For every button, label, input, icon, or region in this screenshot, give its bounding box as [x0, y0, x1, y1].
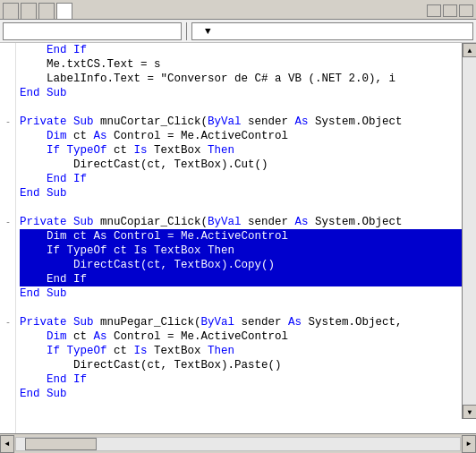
- gutter-icon: [0, 72, 16, 86]
- tab-controls: [427, 4, 473, 19]
- table-row: End Sub: [20, 86, 472, 100]
- table-row: [20, 301, 472, 315]
- table-row: Me.txtCS.Text = s: [20, 57, 472, 72]
- table-row: DirectCast(ct, TextBox).Cut(): [20, 158, 472, 172]
- table-row: Dim ct As Control = Me.ActiveControl: [20, 129, 472, 143]
- tab-assemblyinfo1[interactable]: [3, 3, 19, 19]
- scroll-right-button[interactable]: ►: [462, 435, 476, 453]
- event-dropdown[interactable]: ▼: [191, 22, 473, 40]
- table-row: End If: [20, 43, 472, 57]
- gutter: ---: [0, 43, 16, 433]
- table-row: DirectCast(ct, TextBox).Paste(): [20, 358, 472, 372]
- gutter-icon: [0, 129, 16, 143]
- gutter-icon: [0, 344, 16, 358]
- tab-bar: [0, 0, 476, 20]
- gutter-icon: [0, 329, 16, 344]
- gutter-icon: [0, 258, 16, 272]
- dropdown-bar: ▼: [0, 20, 476, 43]
- gutter-icon: [0, 100, 16, 115]
- tab-scroll-right[interactable]: [443, 4, 457, 17]
- table-row: [20, 201, 472, 215]
- code-area: --- End If Me.txtCS.Text = s LabelInfo.T…: [0, 43, 476, 433]
- gutter-icon: [0, 387, 16, 401]
- gutter-icon: [0, 358, 16, 372]
- tab-assemblyinfo2[interactable]: [21, 3, 37, 19]
- gutter-icon: [0, 372, 16, 387]
- gutter-icon: [0, 301, 16, 315]
- gutter-icon: [0, 43, 16, 57]
- table-row: Private Sub mnuPegar_Click(ByVal sender …: [20, 315, 472, 329]
- tab-close[interactable]: [459, 4, 473, 17]
- gutter-icon: -: [0, 315, 16, 329]
- table-row: If TypeOf ct Is TextBox Then: [20, 244, 472, 258]
- h-scroll-track[interactable]: [15, 437, 461, 451]
- gutter-icon: [0, 86, 16, 100]
- event-dropdown-arrow: ▼: [205, 26, 211, 37]
- code-content[interactable]: End If Me.txtCS.Text = s LabelInfo.Text …: [16, 43, 476, 433]
- table-row: End If: [20, 372, 472, 387]
- scroll-left-button[interactable]: ◄: [0, 435, 14, 453]
- gutter-icon: -: [0, 115, 16, 129]
- table-row: End If: [20, 272, 472, 286]
- gutter-icon: [0, 244, 16, 258]
- gutter-icon: [0, 272, 16, 286]
- h-scroll-thumb[interactable]: [25, 438, 97, 450]
- table-row: End Sub: [20, 387, 472, 401]
- gutter-icon: [0, 229, 16, 244]
- gutter-icon: -: [0, 215, 16, 229]
- table-row: [20, 100, 472, 115]
- table-row: Dim ct As Control = Me.ActiveControl: [20, 329, 472, 344]
- table-row: If TypeOf ct Is TextBox Then: [20, 143, 472, 158]
- scroll-track[interactable]: [463, 57, 476, 405]
- table-row: LabelInfo.Text = "Conversor de C# a VB (…: [20, 72, 472, 86]
- horizontal-scrollbar: ◄ ►: [0, 433, 476, 453]
- table-row: Private Sub mnuCortar_Click(ByVal sender…: [20, 115, 472, 129]
- table-row: End Sub: [20, 186, 472, 201]
- vertical-scrollbar: ▲ ▼: [462, 43, 476, 419]
- table-row: If TypeOf ct Is TextBox Then: [20, 344, 472, 358]
- table-row: Private Sub mnuCopiar_Click(ByVal sender…: [20, 215, 472, 229]
- scroll-down-button[interactable]: ▼: [463, 405, 476, 419]
- gutter-icon: [0, 143, 16, 158]
- table-row: DirectCast(ct, TextBox).Copy(): [20, 258, 472, 272]
- gutter-icon: [0, 186, 16, 201]
- dropdown-separator: [186, 22, 187, 40]
- tab-decsa[interactable]: [38, 3, 55, 19]
- gutter-icon: [0, 172, 16, 186]
- tab-form1[interactable]: [56, 3, 72, 19]
- gutter-icon: [0, 201, 16, 215]
- table-row: End If: [20, 172, 472, 186]
- gutter-icon: [0, 158, 16, 172]
- gutter-icon: [0, 286, 16, 301]
- object-dropdown[interactable]: [3, 22, 182, 40]
- gutter-icon: [0, 57, 16, 72]
- tab-scroll-left[interactable]: [427, 4, 441, 17]
- table-row: End Sub: [20, 286, 472, 301]
- table-row: Dim ct As Control = Me.ActiveControl: [20, 229, 472, 244]
- scroll-up-button[interactable]: ▲: [463, 43, 476, 57]
